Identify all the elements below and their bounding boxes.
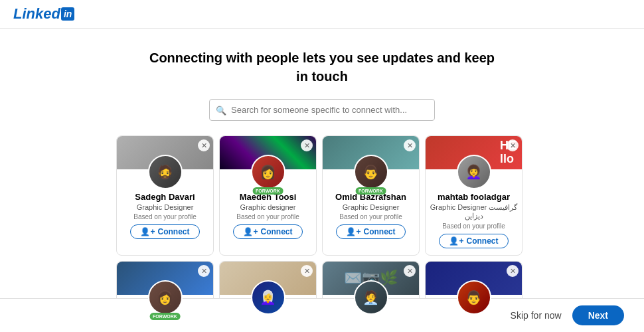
next-button[interactable]: Next (572, 305, 624, 325)
connect-icon-omid: 👤+ (346, 227, 361, 236)
connect-icon-sadegh: 👤+ (140, 227, 155, 236)
connect-icon-maedeh: 👤+ (243, 227, 258, 236)
footer-bar: Skip for now Next (0, 298, 644, 332)
avatar-maedeh: 👩 (251, 155, 285, 189)
search-icon: 🔍 (216, 105, 226, 115)
close-samira[interactable]: ✕ (301, 265, 313, 277)
card-sadegh: ✕ 🧔 Sadegh Davari Graphic Designer Based… (116, 135, 214, 256)
avatar-wrap-maedeh: 👩 FORWORK (251, 155, 285, 189)
badge-omid: FORWORK (355, 187, 386, 195)
card-maedeh: ✕ 👩 FORWORK Maedeh Toosi Graphic designe… (219, 135, 317, 256)
card-basis-omid: Based on your profile (339, 213, 402, 220)
main-content: Connecting with people lets you see upda… (0, 29, 644, 332)
card-title-mahtab: Graphic Designer گرافیست دیزاین (426, 203, 522, 220)
logo-text: Linked (13, 7, 60, 21)
connect-sadegh[interactable]: 👤+ Connect (130, 224, 199, 239)
close-omid[interactable]: ✕ (404, 139, 416, 151)
card-title-sadegh: Graphic Designer (134, 203, 197, 211)
cards-row-1: ✕ 🧔 Sadegh Davari Graphic Designer Based… (116, 135, 528, 256)
logo-box: in (61, 7, 74, 21)
avatar-baran: 🧑‍💼 (354, 280, 388, 315)
card-basis-maedeh: Based on your profile (236, 213, 299, 220)
close-sadegh[interactable]: ✕ (198, 139, 210, 151)
card-name-sadegh: Sadegh Davari (131, 192, 199, 202)
avatar-wrap-mahtab: 👩‍🦱 (457, 155, 491, 189)
card-title-maedeh: Graphic designer (238, 203, 299, 211)
avatar-sadegh: 🧔 (148, 155, 183, 189)
avatar-wrap-baran: 🧑‍💼 (354, 280, 388, 315)
search-bar: 🔍 (209, 99, 435, 121)
avatar-wrap-samira: 👩‍🦳 (251, 280, 285, 315)
page-headline: Connecting with people lets you see upda… (149, 48, 495, 86)
avatar-wrap-amir: 👨 (457, 280, 491, 315)
avatar-mahtab: 👩‍🦱 (457, 155, 491, 189)
badge-niloofar: FORWORK (149, 313, 181, 320)
avatar-omid: 👨 (354, 155, 388, 189)
avatar-niloofar: 👩 (148, 280, 183, 315)
close-amir[interactable]: ✕ (507, 265, 519, 277)
close-niloofar[interactable]: ✕ (198, 265, 210, 277)
card-mahtab: HEllo ✕ 👩‍🦱 mahtab fooladgar Graphic Des… (425, 135, 523, 256)
connect-maedeh[interactable]: 👤+ Connect (233, 224, 302, 239)
connect-omid[interactable]: 👤+ Connect (336, 224, 405, 239)
skip-button[interactable]: Skip for now (511, 310, 562, 321)
card-basis-sadegh: Based on your profile (133, 213, 197, 220)
header: Linked in (0, 0, 644, 29)
connect-mahtab[interactable]: 👤+ Connect (439, 234, 508, 248)
card-basis-mahtab: Based on your profile (442, 222, 505, 230)
card-title-omid: Graphic Designer (340, 203, 402, 211)
avatar-wrap-niloofar: 👩 FORWORK (148, 280, 183, 315)
avatar-amir: 👨 (457, 280, 491, 315)
card-omid: ✕ 👨 FORWORK Omid Bazrafshan Graphic Desi… (322, 135, 420, 256)
card-name-mahtab: mahtab fooladgar (434, 192, 514, 202)
avatar-wrap-sadegh: 🧔 (148, 155, 183, 189)
badge-maedeh: FORWORK (252, 187, 283, 195)
close-maedeh[interactable]: ✕ (301, 139, 313, 151)
connect-icon-mahtab: 👤+ (449, 236, 463, 246)
avatar-samira: 👩‍🦳 (251, 280, 285, 315)
linkedin-logo: Linked in (13, 7, 74, 21)
close-mahtab[interactable]: ✕ (507, 139, 519, 151)
close-baran[interactable]: ✕ (404, 265, 416, 277)
avatar-wrap-omid: 👨 FORWORK (354, 155, 388, 189)
search-input[interactable] (209, 99, 435, 121)
